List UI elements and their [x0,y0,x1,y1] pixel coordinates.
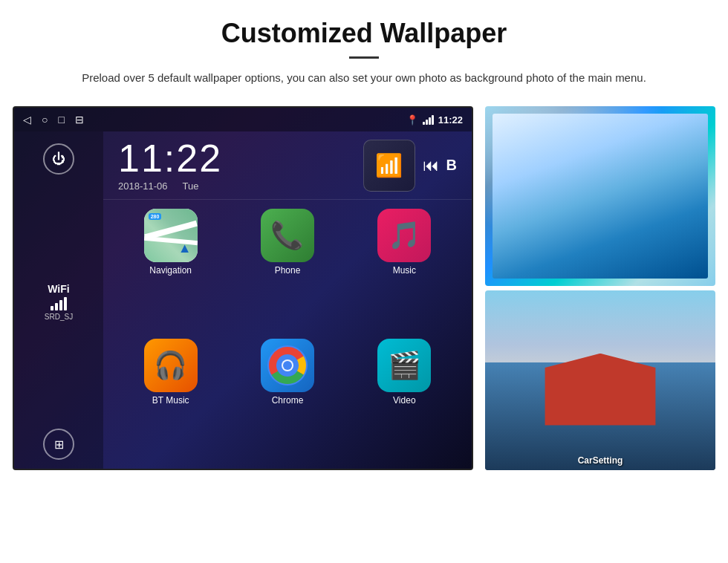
location-icon: 📍 [406,114,418,126]
video-label: Video [393,395,415,406]
media-nav-icon[interactable]: ⊟ [75,114,84,126]
app-item-video[interactable]: 🎬 Video [349,339,460,463]
app-item-chrome[interactable]: Chrome [232,339,342,463]
wifi-bar-2 [55,303,58,310]
clock-date: 2018-11-06 Tue [118,180,348,192]
phone-symbol: 📞 [270,220,304,251]
wallpaper-panels: CarSetting [485,106,715,470]
sig-bar-1 [423,122,425,125]
music-icon[interactable]: 🎵 [377,209,431,262]
left-sidebar: ⏻ WiFi SRD_SJ ⊞ [14,131,103,470]
apps-grid-button[interactable]: ⊞ [43,429,74,460]
wifi-bar-3 [59,300,62,310]
wifi-block: WiFi SRD_SJ [45,283,73,321]
sig-bar-3 [429,117,431,125]
wifi-bar-1 [51,306,53,310]
header-section: Customized Wallpaper Preload over 5 defa… [0,0,728,94]
navigation-icon[interactable]: 280 ▲ [144,209,198,262]
back-nav-icon[interactable]: ◁ [23,114,31,126]
page-wrapper: Customized Wallpaper Preload over 5 defa… [0,0,728,563]
music-label: Music [393,265,416,276]
status-time: 11:22 [438,114,463,126]
chrome-svg [267,345,308,385]
nav-arrow-icon: ▲ [178,241,192,256]
app-item-bt-music[interactable]: 🎧 BT Music [115,339,226,463]
bluetooth-label: B [446,157,457,174]
wifi-bar-4 [64,297,67,310]
media-prev-button[interactable]: ⏮ [423,156,439,175]
clock-date-value: 2018-11-06 [118,180,168,192]
signal-bars [423,115,434,125]
clock-info: 11:22 2018-11-06 Tue [118,139,348,192]
app-grid: 280 ▲ Navigation 📞 Phone [103,200,472,470]
svg-point-4 [283,361,292,370]
app-item-navigation[interactable]: 280 ▲ Navigation [115,209,226,333]
status-right: 📍 11:22 [406,114,463,126]
status-left: ◁ ○ □ ⊟ [23,114,84,126]
bt-music-symbol: 🎧 [154,350,187,381]
bt-music-icon[interactable]: 🎧 [144,339,198,392]
nav-badge: 280 [149,213,162,220]
carsetting-label: CarSetting [485,455,715,466]
app-item-music[interactable]: 🎵 Music [349,209,460,333]
page-subtitle: Preload over 5 default wallpaper options… [74,69,654,87]
wallpaper-bridge[interactable]: CarSetting [485,290,715,470]
phone-main: ⏻ WiFi SRD_SJ ⊞ [14,131,472,470]
sig-bar-4 [432,115,434,125]
wifi-bars [45,297,73,310]
status-bar: ◁ ○ □ ⊟ 📍 11:22 [14,108,472,131]
widget-icons: 📶 ⏮ B [363,140,457,192]
music-symbol: 🎵 [388,220,421,251]
video-symbol: 🎬 [388,350,421,381]
phone-label: Phone [275,265,301,276]
clock-time: 11:22 [118,139,348,178]
power-button[interactable]: ⏻ [43,143,74,175]
wifi-ssid: SRD_SJ [45,313,73,321]
ice-detail [493,114,708,279]
title-divider [349,56,379,59]
app-item-phone[interactable]: 📞 Phone [232,209,342,333]
bt-music-label: BT Music [152,395,189,406]
chrome-label: Chrome [272,395,304,406]
center-area: 11:22 2018-11-06 Tue 📶 [103,131,472,470]
navigation-label: Navigation [149,265,192,276]
content-area: ◁ ○ □ ⊟ 📍 11:22 [0,94,728,470]
home-nav-icon[interactable]: ○ [42,114,48,126]
phone-icon[interactable]: 📞 [261,209,314,262]
wifi-widget-icon[interactable]: 📶 [363,140,415,192]
video-icon[interactable]: 🎬 [377,339,431,392]
page-title: Customized Wallpaper [45,18,683,49]
clock-day-value: Tue [183,180,199,192]
sig-bar-2 [426,120,428,125]
wifi-symbol: 📶 [375,152,403,178]
android-screen: ◁ ○ □ ⊟ 📍 11:22 [13,106,473,470]
chrome-icon[interactable] [261,339,314,392]
clock-widget: 11:22 2018-11-06 Tue 📶 [103,131,472,200]
wifi-label: WiFi [45,283,73,295]
wallpaper-ice[interactable] [485,106,715,286]
recent-nav-icon[interactable]: □ [58,114,64,126]
